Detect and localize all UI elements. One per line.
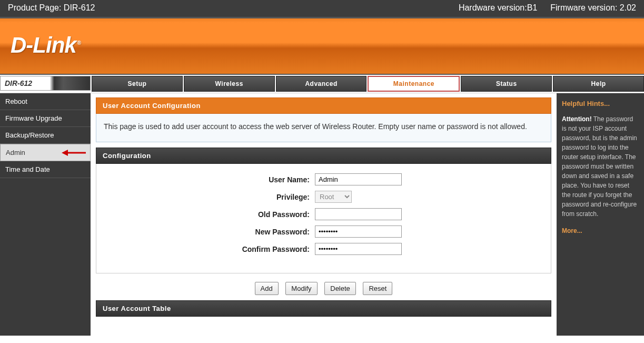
label-privilege: Privilege: (102, 193, 315, 201)
tab-maintenance[interactable]: Maintenance (368, 76, 460, 92)
product-page-label: Product Page: DIR-612 (8, 3, 95, 13)
configuration-form: User Name: Privilege: Root Old Password:… (96, 164, 551, 273)
sidebar-item-backup[interactable]: Backup/Restore (0, 127, 91, 144)
section-description: This page is used to add user account to… (96, 114, 551, 142)
privilege-select[interactable]: Root (315, 191, 352, 203)
sidebar-item-admin[interactable]: Admin (0, 144, 91, 161)
arrow-left-icon (62, 149, 86, 156)
user-account-table-title: User Account Table (96, 300, 551, 317)
section-title: User Account Configuration (96, 97, 551, 114)
tab-help[interactable]: Help (553, 76, 644, 92)
confirm-password-input[interactable] (315, 243, 402, 255)
modify-button[interactable]: Modify (285, 282, 317, 295)
main-content: User Account Configuration This page is … (91, 93, 557, 336)
hints-panel: Helpful Hints... Attention! The password… (557, 93, 644, 336)
model-badge: DIR-612 (0, 76, 91, 91)
hardware-version: Hardware version:B1 (459, 3, 537, 13)
hints-title: Helpful Hints... (562, 99, 639, 109)
label-oldpass: Old Password: (102, 210, 315, 219)
delete-button[interactable]: Delete (324, 282, 356, 295)
tab-advanced[interactable]: Advanced (276, 76, 367, 92)
banner: D-Link® (0, 17, 644, 75)
firmware-version: Firmware version: 2.02 (550, 3, 636, 13)
tab-status[interactable]: Status (461, 76, 552, 92)
brand-logo: D-Link® (11, 33, 81, 58)
reset-button[interactable]: Reset (363, 282, 392, 295)
configuration-title: Configuration (96, 148, 551, 164)
svg-marker-1 (62, 150, 68, 156)
sidebar-item-firmware[interactable]: Firmware Upgrade (0, 110, 91, 127)
tab-setup[interactable]: Setup (92, 76, 183, 92)
sidebar-item-time[interactable]: Time and Date (0, 161, 91, 178)
tab-wireless[interactable]: Wireless (184, 76, 275, 92)
label-newpass: New Password: (102, 228, 315, 236)
hints-attention: Attention! (562, 115, 592, 123)
more-link[interactable]: More... (562, 226, 639, 236)
label-username: User Name: (102, 175, 315, 184)
main-nav: DIR-612 Setup Wireless Advanced Maintena… (0, 75, 644, 93)
username-input[interactable] (315, 173, 402, 185)
hints-text: The password is not your ISP account pas… (562, 115, 637, 218)
topbar: Product Page: DIR-612 Hardware version:B… (0, 0, 644, 17)
sidebar-item-reboot[interactable]: Reboot (0, 93, 91, 110)
new-password-input[interactable] (315, 226, 402, 238)
button-row: Add Modify Delete Reset (96, 282, 551, 295)
sidebar-item-label: Admin (6, 149, 25, 156)
hints-body: Attention! The password is not your ISP … (562, 114, 639, 219)
sidebar: Reboot Firmware Upgrade Backup/Restore A… (0, 93, 91, 336)
add-button[interactable]: Add (255, 282, 279, 295)
label-confirm: Confirm Password: (102, 245, 315, 253)
old-password-input[interactable] (315, 208, 402, 220)
